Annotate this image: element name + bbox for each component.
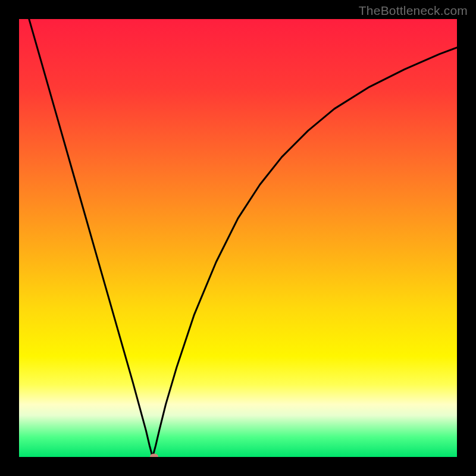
plot-area xyxy=(19,19,457,457)
optimal-point-marker xyxy=(150,454,158,458)
chart-frame: TheBottleneck.com xyxy=(0,0,476,476)
watermark-text: TheBottleneck.com xyxy=(359,4,468,18)
curve-layer xyxy=(19,19,457,457)
mismatch-curve xyxy=(19,19,457,457)
